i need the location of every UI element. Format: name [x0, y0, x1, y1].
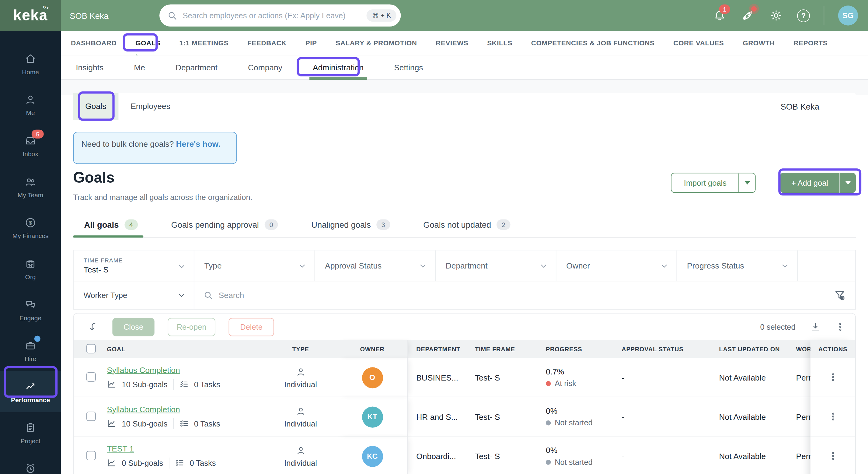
settings-button[interactable] — [769, 8, 783, 23]
sidebar-item-hire[interactable]: Hire — [0, 330, 61, 371]
tab-skills[interactable]: SKILLS — [487, 39, 512, 47]
sidebar: Home Me 5 Inbox My Team $ My Finances Or… — [0, 31, 61, 474]
chevron-down-icon — [660, 261, 669, 270]
row-checkbox[interactable] — [74, 411, 98, 422]
sidebar-item-me[interactable]: Me — [0, 84, 61, 125]
clear-filters-button[interactable] — [824, 281, 855, 309]
add-goal-dropdown[interactable] — [839, 173, 856, 193]
add-goal-button[interactable]: + Add goal — [780, 173, 856, 193]
tab-dashboard[interactable]: DASHBOARD — [71, 39, 117, 47]
subnav-company[interactable]: Company — [248, 55, 282, 80]
sidebar-item-project[interactable]: Project — [0, 412, 61, 453]
sidebar-item-engage[interactable]: Engage — [0, 289, 61, 330]
filter-department[interactable]: Department — [436, 250, 556, 281]
tab-all-goals[interactable]: All goals 4 — [84, 218, 138, 237]
team-icon — [24, 175, 37, 188]
table-search[interactable] — [194, 281, 825, 309]
tab-reviews[interactable]: REVIEWS — [436, 39, 468, 47]
context-tab-employees[interactable]: Employees — [118, 93, 183, 120]
subnav-insights[interactable]: Insights — [76, 55, 103, 80]
download-button[interactable] — [810, 321, 821, 332]
chevron-down-icon — [298, 261, 307, 270]
sidebar-item-my-finances[interactable]: $ My Finances — [0, 207, 61, 248]
table-search-input[interactable] — [219, 291, 825, 300]
avatar[interactable]: KC — [362, 446, 383, 467]
row-checkbox[interactable] — [74, 372, 98, 383]
row-checkbox[interactable] — [74, 450, 98, 462]
module-nav: DASHBOARD GOALS 1:1 MEETINGS FEEDBACK PI… — [61, 31, 868, 55]
subnav-settings[interactable]: Settings — [394, 55, 423, 80]
home-icon — [24, 52, 37, 65]
filter-owner[interactable]: Owner — [556, 250, 677, 281]
select-all-checkbox[interactable] — [74, 344, 98, 354]
tab-growth[interactable]: GROWTH — [743, 39, 775, 47]
import-goals-button[interactable]: Import goals — [671, 173, 756, 193]
col-actions: ACTIONS — [810, 340, 855, 358]
table-row[interactable]: Syllabus Completion 10 Sub-goals 0 Tasks… — [74, 397, 855, 437]
delete-button[interactable]: Delete — [228, 318, 274, 336]
goal-title-link[interactable]: Syllabus Completion — [107, 405, 264, 413]
progress-value: 0.7% — [546, 367, 613, 376]
notifications-button[interactable]: 1 — [713, 8, 727, 23]
filter-time-frame[interactable]: TIME FRAME Test- S — [74, 250, 194, 281]
filter-worker-type[interactable]: Worker Type — [74, 281, 194, 309]
context-tab-goals[interactable]: Goals — [73, 93, 118, 120]
tab-unaligned-goals[interactable]: Unaligned goals 3 — [311, 218, 390, 237]
help-button[interactable]: ? — [797, 9, 810, 22]
tab-competencies[interactable]: COMPETENCIES & JOB FUNCTIONS — [531, 39, 655, 47]
goal-cell: TEST 1 0 Sub-goals 0 Tasks — [98, 444, 264, 468]
table-row[interactable]: Syllabus Completion 10 Sub-goals 0 Tasks… — [74, 358, 855, 397]
import-goals-dropdown[interactable] — [739, 174, 755, 192]
table-row[interactable]: TEST 1 0 Sub-goals 0 Tasks Individual — [74, 437, 855, 474]
chevron-down-icon — [744, 181, 750, 184]
goal-title-link[interactable]: Syllabus Completion — [107, 365, 264, 374]
tab-core-values[interactable]: CORE VALUES — [673, 39, 724, 47]
row-actions-button[interactable] — [810, 397, 855, 437]
filter-approval-status[interactable]: Approval Status — [315, 250, 436, 281]
user-avatar[interactable]: SG — [838, 5, 858, 26]
table-options-button[interactable] — [835, 322, 845, 332]
tab-goals[interactable]: GOALS — [135, 39, 160, 47]
whats-new-button[interactable] — [741, 8, 755, 23]
tab-reports[interactable]: REPORTS — [794, 39, 828, 47]
sidebar-item-org[interactable]: Org — [0, 248, 61, 289]
company-name: SOB Keka — [70, 11, 108, 20]
goal-title-link[interactable]: TEST 1 — [107, 444, 264, 453]
avatar[interactable]: O — [362, 367, 383, 388]
tasks-icon — [175, 458, 184, 468]
filter-type[interactable]: Type — [194, 250, 315, 281]
global-search-input[interactable] — [183, 11, 367, 20]
tab-feedback[interactable]: FEEDBACK — [247, 39, 287, 47]
subnav-administration[interactable]: Administration — [313, 55, 364, 80]
goal-tab-label: Goals pending approval — [171, 220, 259, 229]
tasks-count: 0 Tasks — [194, 380, 220, 388]
tab-salary-promotion[interactable]: SALARY & PROMOTION — [336, 39, 417, 47]
sidebar-item-my-team[interactable]: My Team — [0, 166, 61, 207]
row-actions-button[interactable] — [810, 358, 855, 397]
sort-icon[interactable] — [88, 321, 99, 332]
keka-logo[interactable]: keka ”′ — [0, 0, 61, 31]
avatar[interactable]: KT — [362, 407, 383, 427]
sidebar-item-home[interactable]: Home — [0, 43, 61, 84]
checkbox — [86, 372, 96, 381]
filter-progress-status[interactable]: Progress Status — [677, 250, 798, 281]
tasks-icon — [179, 419, 189, 428]
heres-how-link[interactable]: Here's how. — [176, 140, 220, 149]
sidebar-item-performance[interactable]: Performance — [0, 371, 61, 412]
row-actions-button[interactable] — [810, 437, 855, 474]
type-cell: Individual — [264, 406, 337, 428]
reopen-button[interactable]: Re-open — [168, 318, 215, 336]
close-button[interactable]: Close — [112, 318, 154, 336]
tab-11-meetings[interactable]: 1:1 MEETINGS — [179, 39, 228, 47]
tab-goals-pending-approval[interactable]: Goals pending approval 0 — [171, 218, 278, 237]
global-search[interactable]: ⌘ + K — [159, 5, 401, 27]
clipboard-icon — [24, 421, 37, 435]
tab-pip[interactable]: PIP — [306, 39, 317, 47]
tab-goals-not-updated[interactable]: Goals not updated 2 — [423, 218, 510, 237]
sidebar-item-time-attend[interactable]: Time Attend — [0, 453, 61, 474]
kebab-icon — [835, 322, 845, 332]
sidebar-item-inbox[interactable]: 5 Inbox — [0, 125, 61, 166]
subnav-me[interactable]: Me — [134, 55, 145, 80]
briefcase-icon — [24, 339, 37, 353]
subnav-department[interactable]: Department — [176, 55, 218, 80]
